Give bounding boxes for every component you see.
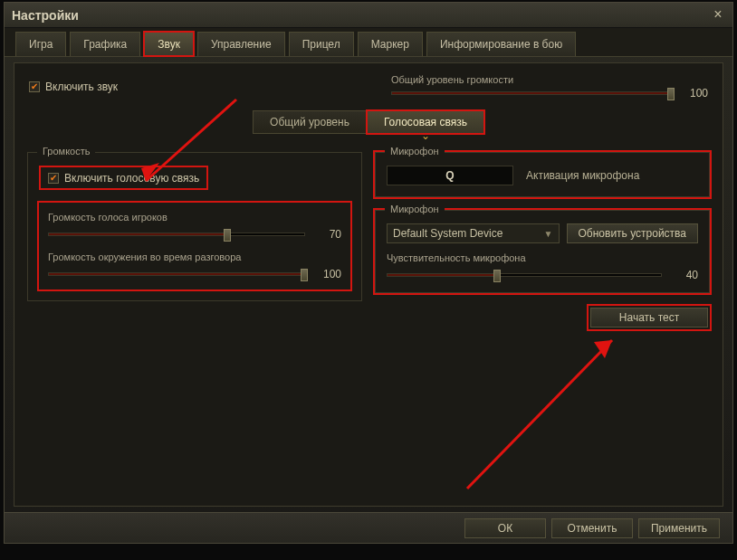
close-icon[interactable]: × xyxy=(711,8,725,23)
arrow-annotation xyxy=(449,326,648,498)
mic-sensitivity: Чувствительность микрофона 40 xyxy=(387,252,698,281)
refresh-devices-button[interactable]: Обновить устройства xyxy=(567,223,699,243)
apply-button[interactable]: Применить xyxy=(638,518,720,538)
panel-body: Включить звук Общий уровень громкости 10… xyxy=(14,62,723,507)
mic-sensitivity-label: Чувствительность микрофона xyxy=(387,252,698,263)
device-row: Default System Device ▼ Обновить устройс… xyxy=(387,223,698,243)
tab-crosshair[interactable]: Прицел xyxy=(289,32,354,56)
ambient-label: Громкость окружения во время разговора xyxy=(48,252,341,262)
svg-line-2 xyxy=(467,340,612,489)
device-select[interactable]: Default System Device ▼ xyxy=(387,223,560,243)
ok-button[interactable]: ОК xyxy=(464,518,546,538)
tab-graphics[interactable]: Графика xyxy=(70,32,140,56)
checkbox-icon xyxy=(29,81,40,92)
player-voice-slider[interactable] xyxy=(48,233,305,236)
tab-game[interactable]: Игра xyxy=(15,32,66,56)
mic-activation-title: Микрофон xyxy=(385,146,445,157)
slider-handle[interactable] xyxy=(493,270,501,282)
ambient-slider[interactable] xyxy=(48,272,305,276)
tab-controls[interactable]: Управление xyxy=(197,32,285,56)
master-volume-value: 100 xyxy=(681,87,708,100)
start-test-button[interactable]: Начать тест xyxy=(590,308,708,327)
tab-marker[interactable]: Маркер xyxy=(358,32,423,56)
top-row: Включить звук Общий уровень громкости 10… xyxy=(14,63,723,105)
mic-key-row: Q Активация микрофона xyxy=(387,166,698,185)
settings-window: Настройки × Игра Графика Звук Управление… xyxy=(4,2,733,544)
ambient-value: 100 xyxy=(314,268,341,280)
mic-activation-fieldset: Микрофон Q Активация микрофона xyxy=(375,152,710,197)
enable-sound-label: Включить звук xyxy=(45,81,118,93)
mic-key-label: Активация микрофона xyxy=(526,169,639,182)
slider-handle[interactable] xyxy=(667,88,675,100)
enable-voice-label: Включить голосовую связь xyxy=(64,172,199,185)
player-voice-value: 70 xyxy=(314,228,341,241)
chevron-down-icon: ▼ xyxy=(544,229,553,239)
right-column: Микрофон Q Активация микрофона Микрофон … xyxy=(375,152,710,329)
master-volume-slider-row: 100 xyxy=(391,87,708,100)
device-select-value: Default System Device xyxy=(393,227,502,240)
mic-device-fieldset: Микрофон Default System Device ▼ Обновит… xyxy=(375,210,710,293)
player-voice-label: Громкость голоса игроков xyxy=(48,212,341,223)
master-volume-label: Общий уровень громкости xyxy=(391,74,708,85)
volume-fieldset: Громкость Включить голосовую связь Громк… xyxy=(27,152,362,301)
subtab-general[interactable]: Общий уровень xyxy=(253,110,367,134)
enable-voice-highlight: Включить голосовую связь xyxy=(39,166,208,190)
tab-bar: Игра Графика Звук Управление Прицел Марк… xyxy=(5,28,732,57)
ambient-volume: Громкость окружения во время разговора 1… xyxy=(48,252,341,280)
volume-fieldset-title: Громкость xyxy=(37,146,95,157)
svg-marker-3 xyxy=(594,340,612,358)
footer: ОК Отменить Применить xyxy=(5,512,732,543)
tab-battle-info[interactable]: Информирование в бою xyxy=(426,32,576,56)
mic-key-field[interactable]: Q xyxy=(387,166,513,185)
start-test-row: Начать тест xyxy=(375,306,710,329)
subtab-voice[interactable]: Голосовая связь xyxy=(367,110,484,134)
mic-device-title: Микрофон xyxy=(385,204,445,214)
cancel-button[interactable]: Отменить xyxy=(551,518,633,538)
master-volume: Общий уровень громкости 100 xyxy=(391,74,708,100)
enable-sound-checkbox[interactable]: Включить звук xyxy=(29,81,118,93)
mic-sensitivity-slider[interactable] xyxy=(387,273,662,277)
tab-sound[interactable]: Звук xyxy=(144,32,194,56)
player-voice-volume: Громкость голоса игроков 70 xyxy=(48,212,341,241)
slider-handle[interactable] xyxy=(224,229,231,242)
master-volume-slider[interactable] xyxy=(391,91,672,95)
left-column: Громкость Включить голосовую связь Громк… xyxy=(27,152,362,329)
subtab-bar: Общий уровень Голосовая связь xyxy=(14,110,723,134)
start-test-highlight: Начать тест xyxy=(589,306,710,329)
titlebar: Настройки × xyxy=(5,3,732,28)
columns: Громкость Включить голосовую связь Громк… xyxy=(14,134,723,338)
checkbox-icon xyxy=(48,173,59,184)
voice-sliders-highlight: Громкость голоса игроков 70 Громкость ок… xyxy=(39,203,350,289)
mic-sensitivity-value: 40 xyxy=(671,269,698,281)
enable-voice-checkbox[interactable]: Включить голосовую связь xyxy=(48,172,199,185)
slider-handle[interactable] xyxy=(301,269,308,281)
window-title: Настройки xyxy=(12,8,79,23)
